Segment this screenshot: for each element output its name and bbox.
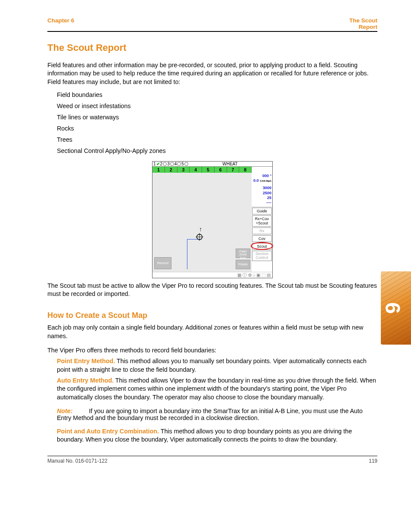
method-3-label: Point and Auto Entry Combination.	[57, 428, 159, 435]
section-title: The Scout Report	[47, 42, 377, 53]
method-1-label: Point Entry Method.	[57, 358, 115, 364]
status-bar-icons: ▦ ⓘ ✿ ⌕ ▣ ⬚ ▤	[153, 272, 272, 278]
chapter-side-tab: 6	[381, 271, 411, 345]
sub-intro-2: The Viper Pro offers three methods to re…	[47, 346, 377, 355]
manual-number: Manual No. 016-0171-122	[47, 458, 107, 464]
crop-label: WHEAT	[189, 162, 271, 166]
field-zone-button[interactable]: Field Zone Auto	[236, 249, 250, 258]
path-line	[187, 239, 202, 269]
method-1: Point Entry Method. This method allows y…	[57, 357, 377, 374]
radio-icon	[184, 162, 188, 166]
record-button[interactable]: Record	[154, 257, 171, 269]
chapter-title-small: The Scout Report	[349, 17, 377, 30]
feature-list: Field boundaries Weed or insect infestat…	[57, 91, 377, 154]
guide-button[interactable]: Guide	[252, 208, 272, 215]
list-item: Weed or insect infestations	[57, 103, 377, 109]
heading-value: 000 °	[252, 174, 271, 178]
method-2: Auto Entry Method. This method allows Vi…	[57, 376, 377, 401]
note-block: Note: If you are going to import a bound…	[57, 408, 377, 421]
ss-top-bar: 1 ✔ 2 3 4 5 WHEAT	[153, 162, 272, 167]
vehicle-icon	[196, 233, 203, 241]
list-item: Tile lines or waterways	[57, 114, 377, 121]
finish-button[interactable]: Finish	[236, 260, 250, 269]
chapter-label: Chapter 6	[47, 17, 74, 24]
intro-paragraph: Field features and other information may…	[47, 61, 377, 86]
list-item: Rocks	[57, 125, 377, 132]
rx-button[interactable]: Rx	[252, 227, 272, 234]
list-item: Trees	[57, 136, 377, 143]
sub-intro-1: Each job may only contain a single field…	[47, 324, 377, 340]
cov-button[interactable]: Cov	[252, 235, 272, 242]
method-2-label: Auto Entry Method.	[57, 377, 114, 384]
scout-button[interactable]: Scout	[252, 243, 272, 250]
list-item: Field boundaries	[57, 91, 377, 98]
list-item: Sectional Control Apply/No-Apply zones	[57, 147, 377, 154]
subsection-title: How to Create a Scout Map	[47, 311, 377, 320]
side-panel: 000 ° 0.0 CAN Mph 3000 2500 25 ---- Guid…	[252, 173, 272, 272]
note-label: Note:	[57, 408, 73, 414]
page-footer: Manual No. 016-0171-122 119	[47, 456, 377, 464]
map-area: ↑ Record Field Zone Auto Finish	[153, 173, 252, 272]
radio-icon	[163, 162, 167, 166]
chapter-tab-number: 6	[381, 302, 405, 314]
method-3: Point and Auto Entry Combination. This m…	[57, 427, 377, 444]
note-text: If you are going to import a boundary in…	[57, 408, 363, 421]
page-number: 119	[369, 458, 377, 464]
check-icon: ✔	[156, 162, 160, 166]
rxcov-button[interactable]: Rx+Cov +Scout	[252, 215, 272, 227]
heading-arrow-icon: ↑	[199, 226, 202, 233]
after-screenshot-text: The Scout tab must be active to allow th…	[47, 282, 377, 299]
section-row: 1 2 3 4 5 6 7 8	[153, 167, 252, 173]
radio-icon	[177, 162, 181, 166]
radio-icon	[170, 162, 174, 166]
viper-screenshot: 1 ✔ 2 3 4 5 WHEAT 1 2 3 4 5 6 7	[152, 161, 273, 278]
section-control-button[interactable]: Section Control	[252, 251, 272, 261]
chapter-header: Chapter 6 The Scout Report	[47, 17, 377, 32]
